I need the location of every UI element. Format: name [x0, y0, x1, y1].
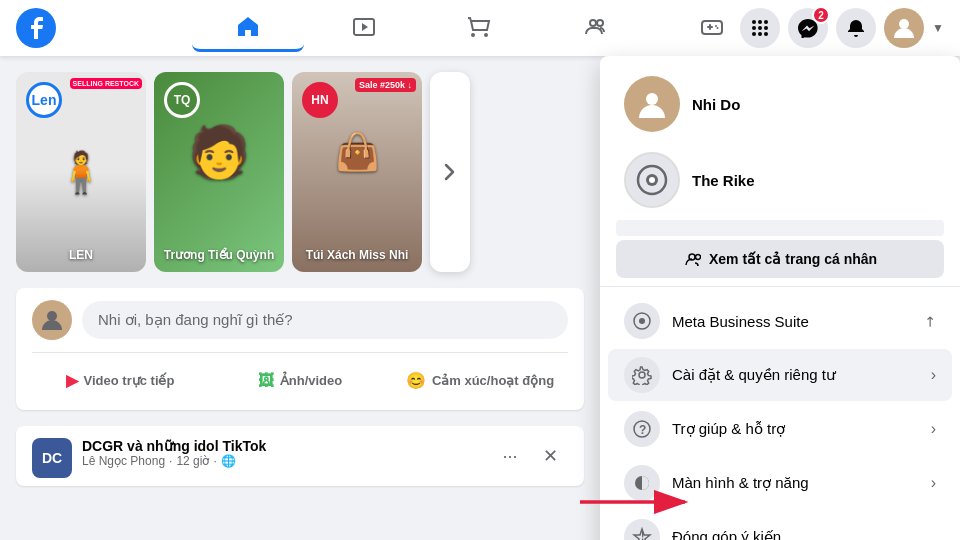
- svg-point-14: [764, 32, 768, 36]
- account-dropdown: Nhi Do The Rike Xem tất cả trang cá nhân: [600, 56, 960, 540]
- settings-icon: [624, 357, 660, 393]
- account-menu-chevron[interactable]: ▼: [932, 21, 944, 35]
- svg-point-3: [590, 20, 596, 26]
- story-card-3[interactable]: HN Sale #250k ↓ 👜 Túi Xách Miss Nhi: [292, 72, 422, 272]
- svg-point-15: [899, 19, 909, 29]
- messenger-badge: 2: [812, 6, 830, 24]
- svg-marker-2: [362, 23, 368, 31]
- mood-icon: 😊: [406, 371, 426, 390]
- dropdown-item-left: ? Trợ giúp & hỗ trợ: [624, 411, 785, 447]
- stories-row: Len SELLING RESTOCK 🧍 LEN TQ 🧑 Trương Ti…: [16, 72, 584, 272]
- svg-text:!: !: [641, 531, 644, 540]
- video-icon: ▶: [66, 371, 78, 390]
- nav-watch-button[interactable]: [308, 4, 420, 52]
- post-box-top: Nhi ơi, bạn đang nghĩ gì thế?: [32, 300, 568, 340]
- svg-point-11: [764, 26, 768, 30]
- post-mood-button[interactable]: 😊 Cảm xúc/hoạt động: [392, 363, 568, 398]
- nav-left: [16, 8, 56, 48]
- feed-post-info: DCGR và những idol TikTok Lê Ngọc Phong …: [82, 438, 482, 468]
- red-arrow-indicator: [580, 484, 700, 520]
- story-badge-3: Sale #250k ↓: [355, 78, 416, 92]
- post-photo-button[interactable]: 🖼 Ảnh/video: [212, 363, 388, 398]
- svg-point-13: [758, 32, 762, 36]
- dropdown-spacer: [616, 220, 944, 236]
- svg-text:?: ?: [639, 423, 646, 437]
- therike-avatar: [624, 152, 680, 208]
- post-video-button[interactable]: ▶ Video trực tiếp: [32, 363, 208, 398]
- settings-label: Cài đặt & quyền riêng tư: [672, 366, 836, 384]
- post-user-avatar: [32, 300, 72, 340]
- svg-point-7: [758, 20, 762, 24]
- dropdown-item-left: Meta Business Suite: [624, 303, 809, 339]
- nav-right: 2 ▼: [740, 8, 944, 48]
- post-creation-box: Nhi ơi, bạn đang nghĩ gì thế? ▶ Video tr…: [16, 288, 584, 410]
- svg-point-24: [639, 318, 645, 324]
- svg-point-9: [752, 26, 756, 30]
- facebook-logo[interactable]: [16, 8, 56, 48]
- feed-more-button[interactable]: ···: [492, 438, 528, 474]
- messenger-button[interactable]: 2: [788, 8, 828, 48]
- svg-point-17: [646, 93, 658, 105]
- dropdown-meta-business[interactable]: Meta Business Suite ↗: [608, 295, 952, 347]
- globe-icon: 🌐: [221, 454, 236, 468]
- post-input-field[interactable]: Nhi ơi, bạn đang nghĩ gì thế?: [82, 301, 568, 339]
- help-label: Trợ giúp & hỗ trợ: [672, 420, 785, 438]
- feed-post-page-avatar: DC: [32, 438, 72, 478]
- dropdown-profile-nhido[interactable]: Nhi Do: [608, 68, 952, 140]
- svg-point-10: [758, 26, 762, 30]
- feedback-label: Đóng góp ý kiến: [672, 528, 781, 540]
- dropdown-profile-therike[interactable]: The Rike: [608, 144, 952, 216]
- help-icon: ?: [624, 411, 660, 447]
- svg-point-16: [47, 311, 57, 321]
- meta-business-label: Meta Business Suite: [672, 313, 809, 330]
- feed-post-page-name[interactable]: DCGR và những idol TikTok: [82, 438, 482, 454]
- dropdown-divider-1: [600, 286, 960, 287]
- red-arrow-svg: [580, 484, 700, 520]
- story-card-1[interactable]: Len SELLING RESTOCK 🧍 LEN: [16, 72, 146, 272]
- photo-icon: 🖼: [258, 372, 274, 390]
- feed-post-header: DC DCGR và những idol TikTok Lê Ngọc Pho…: [16, 426, 584, 486]
- settings-arrow: ›: [931, 366, 936, 384]
- nav-marketplace-button[interactable]: [424, 4, 536, 52]
- nav-home-button[interactable]: [192, 4, 304, 52]
- svg-point-22: [695, 255, 700, 260]
- post-actions-row: ▶ Video trực tiếp 🖼 Ảnh/video 😊 Cảm xúc/…: [32, 352, 568, 398]
- therike-name: The Rike: [692, 172, 755, 189]
- svg-point-12: [752, 32, 756, 36]
- nav-groups-button[interactable]: [540, 4, 652, 52]
- notifications-button[interactable]: [836, 8, 876, 48]
- stories-next-button[interactable]: [430, 72, 470, 272]
- story-avatar-2: TQ: [164, 82, 200, 118]
- feed-close-button[interactable]: ✕: [532, 438, 568, 474]
- feed-post-1: DC DCGR và những idol TikTok Lê Ngọc Pho…: [16, 426, 584, 486]
- display-arrow: ›: [931, 474, 936, 492]
- meta-business-icon: [624, 303, 660, 339]
- external-link-icon: ↗: [920, 311, 940, 331]
- see-all-pages-button[interactable]: Xem tất cả trang cá nhân: [616, 240, 944, 278]
- nhido-avatar: [624, 76, 680, 132]
- svg-point-20: [649, 177, 655, 183]
- nhido-name: Nhi Do: [692, 96, 740, 113]
- nav-center: [192, 4, 768, 52]
- user-avatar-button[interactable]: [884, 8, 924, 48]
- story-card-2[interactable]: TQ 🧑 Trương Tiểu Quỳnh: [154, 72, 284, 272]
- svg-point-8: [764, 20, 768, 24]
- dropdown-item-left: Cài đặt & quyền riêng tư: [624, 357, 836, 393]
- feed-post-actions: ··· ✕: [492, 438, 568, 474]
- story-badge-1: SELLING RESTOCK: [70, 78, 142, 89]
- story-avatar-3: HN: [302, 82, 338, 118]
- feedback-icon: !: [624, 519, 660, 540]
- story-avatar-1: Len: [26, 82, 62, 118]
- feed-post-meta: Lê Ngọc Phong · 12 giờ · 🌐: [82, 454, 482, 468]
- svg-point-25: [639, 372, 645, 378]
- feed-area: Len SELLING RESTOCK 🧍 LEN TQ 🧑 Trương Ti…: [0, 56, 600, 540]
- svg-point-6: [752, 20, 756, 24]
- dropdown-settings[interactable]: Cài đặt & quyền riêng tư ›: [608, 349, 952, 401]
- dropdown-item-left: ! Đóng góp ý kiến: [624, 519, 781, 540]
- grid-menu-button[interactable]: [740, 8, 780, 48]
- top-navigation: 2 ▼: [0, 0, 960, 56]
- dropdown-help[interactable]: ? Trợ giúp & hỗ trợ ›: [608, 403, 952, 455]
- svg-point-4: [597, 20, 603, 26]
- help-arrow: ›: [931, 420, 936, 438]
